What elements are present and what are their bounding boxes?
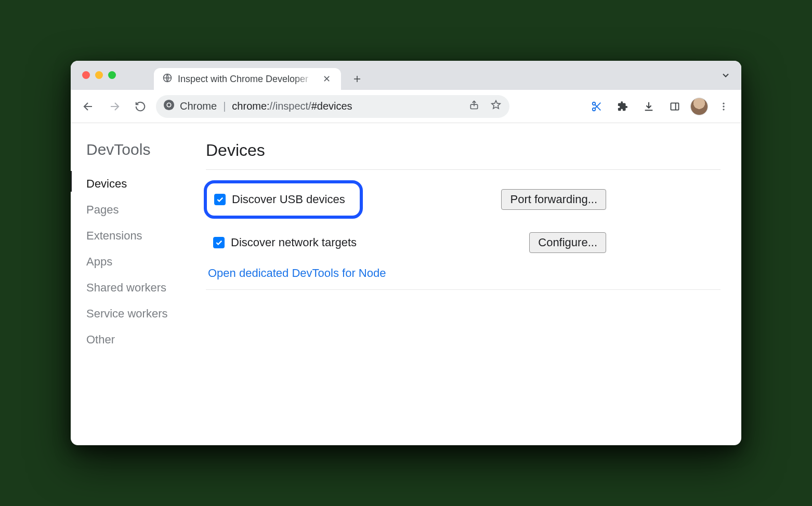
sidebar-title: DevTools — [71, 141, 201, 171]
highlight-annotation: Discover USB devices — [204, 180, 363, 219]
window-controls — [82, 71, 116, 79]
sidebar-item-service-workers[interactable]: Service workers — [71, 301, 201, 327]
address-bar[interactable]: Chrome | chrome://inspect/#devices — [156, 95, 509, 118]
maximize-window-button[interactable] — [108, 71, 116, 79]
bookmark-star-icon[interactable] — [488, 100, 504, 113]
page-content: DevTools Devices Pages Extensions Apps S… — [71, 123, 741, 445]
page-heading: Devices — [206, 141, 721, 160]
svg-point-10 — [723, 105, 724, 107]
tab-title: Inspect with Chrome Developer — [178, 74, 315, 85]
browser-window: Inspect with Chrome Developer ✕ Chrome | — [71, 61, 741, 445]
scissors-icon[interactable] — [586, 96, 607, 117]
side-panel-icon[interactable] — [664, 96, 685, 117]
checkbox-icon[interactable] — [213, 237, 225, 248]
discover-network-option[interactable]: Discover network targets — [206, 236, 357, 249]
forward-button[interactable] — [104, 96, 125, 117]
back-button[interactable] — [78, 96, 99, 117]
sidebar-item-extensions[interactable]: Extensions — [71, 223, 201, 249]
tabs-dropdown-button[interactable] — [721, 70, 731, 83]
discover-usb-option[interactable]: Discover USB devices — [214, 193, 345, 206]
discover-usb-row: Discover USB devices Port forwarding... — [206, 180, 721, 219]
divider — [206, 289, 721, 290]
extensions-icon[interactable] — [612, 96, 633, 117]
port-forwarding-button[interactable]: Port forwarding... — [501, 189, 606, 210]
close-tab-button[interactable]: ✕ — [320, 72, 334, 86]
discover-usb-label: Discover USB devices — [232, 193, 345, 206]
tab-strip: Inspect with Chrome Developer ✕ — [71, 61, 741, 90]
checkbox-icon[interactable] — [214, 194, 226, 205]
toolbar-actions — [586, 96, 734, 117]
svg-rect-7 — [671, 103, 679, 110]
svg-point-9 — [723, 102, 724, 104]
configure-button[interactable]: Configure... — [529, 232, 606, 253]
sidebar-item-pages[interactable]: Pages — [71, 197, 201, 223]
discover-network-row: Discover network targets Configure... — [206, 232, 721, 253]
open-node-devtools-link[interactable]: Open dedicated DevTools for Node — [208, 267, 386, 279]
omnibox-url: chrome://inspect/#devices — [232, 100, 352, 112]
discover-network-label: Discover network targets — [231, 236, 357, 249]
sidebar-item-apps[interactable]: Apps — [71, 249, 201, 275]
minimize-window-button[interactable] — [95, 71, 103, 79]
sidebar-item-devices[interactable]: Devices — [71, 171, 201, 197]
sidebar: DevTools Devices Pages Extensions Apps S… — [71, 123, 201, 445]
menu-button[interactable] — [713, 96, 734, 117]
main-panel: Devices Discover USB devices Port forwar… — [201, 123, 741, 445]
globe-icon — [162, 73, 173, 86]
share-icon[interactable] — [466, 100, 482, 113]
sidebar-item-other[interactable]: Other — [71, 327, 201, 353]
browser-toolbar: Chrome | chrome://inspect/#devices — [71, 90, 741, 123]
sidebar-item-shared-workers[interactable]: Shared workers — [71, 275, 201, 301]
browser-tab[interactable]: Inspect with Chrome Developer ✕ — [154, 68, 341, 90]
svg-point-11 — [723, 109, 724, 110]
node-devtools-row: Open dedicated DevTools for Node — [206, 267, 721, 280]
chrome-icon — [163, 99, 175, 113]
omnibox-label: Chrome — [180, 100, 217, 112]
reload-button[interactable] — [130, 96, 151, 117]
profile-avatar[interactable] — [690, 98, 708, 115]
downloads-icon[interactable] — [638, 96, 659, 117]
omnibox-separator: | — [223, 100, 226, 112]
svg-point-3 — [167, 103, 171, 106]
close-window-button[interactable] — [82, 71, 90, 79]
divider — [206, 169, 721, 170]
new-tab-button[interactable] — [348, 70, 366, 88]
